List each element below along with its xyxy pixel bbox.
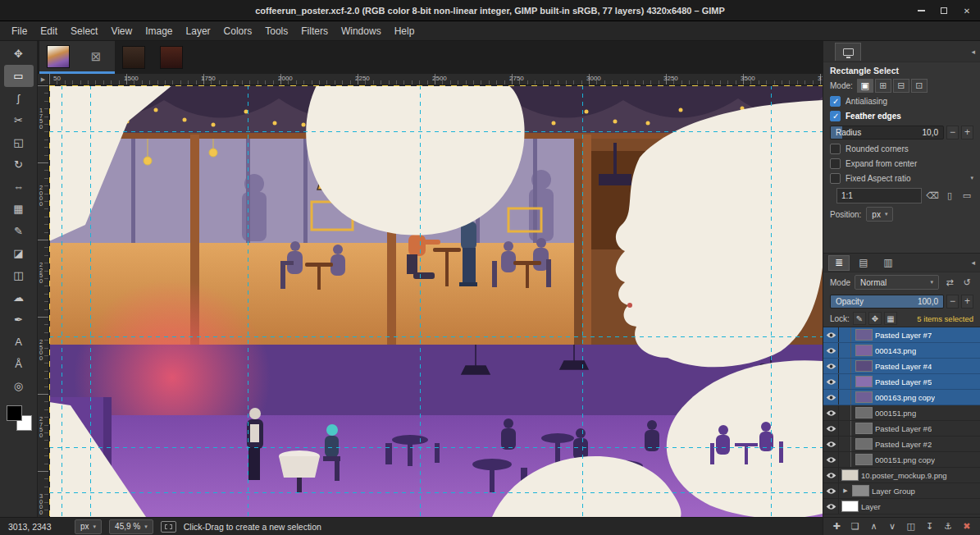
maximize-button[interactable] (939, 6, 949, 16)
opacity-decrease-button[interactable]: − (946, 295, 959, 309)
visibility-eye-icon[interactable] (823, 374, 839, 389)
vertical-ruler[interactable]: 1 7 5 02 0 0 02 2 5 02 5 0 02 7 5 03 0 0… (38, 85, 49, 517)
feather-edges-checkbox[interactable]: Feather edges (823, 108, 980, 123)
duplicate-layer-button[interactable]: ◫ (904, 519, 918, 534)
mode-replace-button[interactable]: ▣ (857, 79, 873, 93)
layer-row[interactable]: Pasted Layer #7 (823, 327, 980, 343)
layer-row[interactable]: ▶Layer Group (823, 483, 980, 499)
tool-paintbrush-icon[interactable]: ✎ (4, 220, 34, 242)
tool-ink-icon[interactable]: ✒ (4, 309, 34, 331)
tool-eraser-icon[interactable]: ◪ (4, 242, 34, 264)
guide-horizontal[interactable] (49, 492, 823, 493)
radius-decrease-button[interactable]: − (946, 126, 959, 139)
layers-tab-icon[interactable]: ≣ (828, 255, 850, 271)
minimize-button[interactable] (916, 6, 926, 16)
tool-unified-transform-icon[interactable]: ⇔ (4, 176, 34, 198)
guide-horizontal[interactable] (49, 336, 823, 337)
channels-tab-icon[interactable]: ▤ (853, 255, 874, 271)
switch-icon[interactable]: ⇄ (943, 277, 956, 288)
image-tab-2[interactable]: ⊠ (77, 41, 115, 74)
visibility-eye-icon[interactable] (823, 499, 839, 514)
tool-zoom-icon[interactable]: ◎ (4, 375, 34, 397)
zoom-dropdown[interactable]: 45,9 % ▾ (109, 519, 153, 534)
visibility-eye-icon[interactable] (823, 327, 839, 342)
tool-measure-icon[interactable]: Å (4, 353, 34, 375)
landscape-icon[interactable]: ▭ (960, 190, 973, 201)
menu-image[interactable]: Image (139, 23, 179, 39)
ruler-corner[interactable]: ▶ (38, 74, 49, 85)
visibility-eye-icon[interactable] (823, 343, 839, 358)
visibility-eye-icon[interactable] (823, 421, 839, 436)
lock-position-icon[interactable]: ✥ (868, 312, 882, 325)
layer-row[interactable]: 000163.png copy (823, 390, 980, 405)
visibility-eye-icon[interactable] (823, 359, 839, 373)
menu-layer[interactable]: Layer (180, 23, 217, 39)
guide-vertical[interactable] (62, 85, 62, 517)
guide-vertical[interactable] (90, 85, 91, 517)
selection-mode-icon[interactable] (161, 521, 176, 533)
tool-crop-icon[interactable]: ◱ (4, 131, 34, 153)
expander-icon[interactable]: ▶ (841, 487, 850, 494)
titlebar[interactable]: coffeerun_poster.xcf-2.0 (RGB color 8-bi… (0, 0, 980, 21)
guide-horizontal[interactable] (49, 131, 823, 132)
foreground-color-swatch[interactable] (7, 405, 22, 421)
opacity-increase-button[interactable]: + (961, 295, 973, 309)
tool-clone-icon[interactable]: ◫ (4, 264, 34, 286)
menu-select[interactable]: Select (64, 23, 104, 39)
anchor-layer-button[interactable]: ⚓ (941, 519, 955, 534)
tool-gradient-icon[interactable]: ▦ (4, 198, 34, 220)
layer-row[interactable]: Pasted Layer #5 (823, 374, 980, 390)
visibility-eye-icon[interactable] (823, 437, 839, 451)
menu-tools[interactable]: Tools (258, 23, 294, 39)
mode-subtract-button[interactable]: ⊟ (893, 79, 909, 93)
tool-rotate-icon[interactable]: ↻ (4, 153, 34, 176)
opacity-slider[interactable]: Opacity 100,0 (830, 295, 944, 309)
tool-smudge-icon[interactable]: ☁ (4, 286, 34, 309)
layer-row[interactable]: 000151.png copy (823, 452, 980, 468)
tool-options-tab[interactable] (835, 43, 861, 61)
image-tab-1[interactable] (39, 41, 77, 74)
reset-icon[interactable]: ↺ (960, 277, 973, 288)
menu-edit[interactable]: Edit (34, 23, 64, 39)
tool-rectangle-select-icon[interactable]: ▭ (4, 65, 34, 87)
layer-mode-dropdown[interactable]: Normal ▾ (855, 275, 939, 290)
tool-move-icon[interactable]: ✥ (4, 43, 34, 65)
close-button[interactable]: ✕ (962, 6, 972, 16)
guide-vertical[interactable] (248, 85, 248, 517)
layer-row[interactable]: 10.poster_mockup.9.png (823, 468, 980, 483)
tool-scissors-select-icon[interactable]: ✂ (4, 109, 34, 131)
lower-layer-button[interactable]: ∨ (885, 519, 900, 534)
portrait-icon[interactable]: ▯ (943, 190, 956, 201)
menu-help[interactable]: Help (388, 23, 422, 39)
guide-vertical[interactable] (582, 85, 583, 517)
color-swatch[interactable] (7, 405, 32, 431)
delete-layer-button[interactable]: ✖ (959, 519, 974, 534)
tool-text-icon[interactable]: A (4, 331, 34, 353)
visibility-eye-icon[interactable] (823, 390, 839, 405)
tool-free-select-icon[interactable]: ʃ (4, 87, 34, 109)
clear-icon[interactable]: ⌫ (926, 190, 939, 201)
image-tab-4[interactable] (153, 41, 190, 74)
layer-row[interactable]: Pasted Layer #6 (823, 421, 980, 437)
visibility-eye-icon[interactable] (823, 483, 839, 498)
merge-down-button[interactable]: ↧ (923, 519, 937, 534)
visibility-eye-icon[interactable] (823, 405, 839, 420)
new-layer-button[interactable]: ✚ (829, 519, 844, 534)
menu-colors[interactable]: Colors (217, 23, 259, 39)
fixed-aspect-ratio-checkbox[interactable]: Fixed Aspect ratio ▾ (823, 171, 980, 185)
radius-increase-button[interactable]: + (961, 126, 973, 139)
menu-windows[interactable]: Windows (335, 23, 388, 39)
horizontal-ruler[interactable]: 5015001750200022502500275030003250350037 (49, 74, 823, 85)
canvas[interactable] (49, 85, 823, 517)
panel-menu-icon[interactable]: ◂ (971, 258, 975, 267)
guide-vertical[interactable] (420, 85, 421, 517)
rounded-corners-checkbox[interactable]: Rounded corners (823, 141, 980, 156)
layer-row[interactable]: Pasted Layer #4 (823, 359, 980, 374)
radius-slider[interactable]: Radius 10,0 (830, 126, 944, 139)
image-tab-3[interactable] (115, 41, 153, 74)
menu-file[interactable]: File (5, 23, 34, 39)
lock-pixels-icon[interactable]: ✎ (853, 312, 866, 325)
menu-view[interactable]: View (104, 23, 139, 39)
layer-row[interactable]: 000151.png (823, 405, 980, 421)
expand-from-center-checkbox[interactable]: Expand from center (823, 156, 980, 171)
